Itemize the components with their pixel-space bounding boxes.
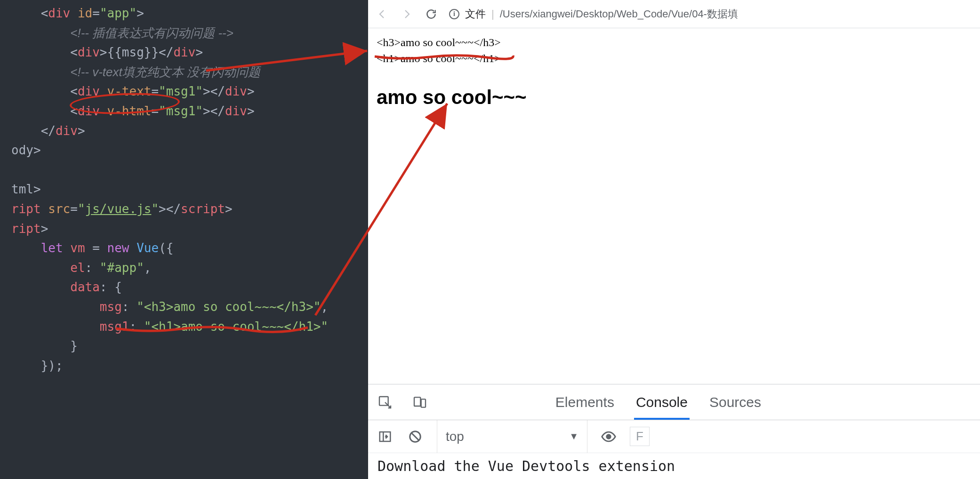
address-bar[interactable]: i 文件 | /Users/xiangwei/Desktop/Web_Code/… — [449, 7, 972, 21]
code-line[interactable]: }); — [0, 356, 368, 376]
code-line[interactable]: el: "#app", — [0, 258, 368, 278]
browser-window: i 文件 | /Users/xiangwei/Desktop/Web_Code/… — [368, 0, 980, 479]
browser-toolbar: i 文件 | /Users/xiangwei/Desktop/Web_Code/… — [368, 0, 980, 28]
code-line[interactable]: msg1: "<h1>amo so cool~~~</h1>" — [0, 317, 368, 337]
inspect-icon[interactable] — [377, 394, 394, 411]
execution-context-value: top — [446, 429, 464, 444]
console-filter-input[interactable]: F — [630, 427, 650, 446]
code-line[interactable]: </div> — [0, 121, 368, 141]
tab-elements[interactable]: Elements — [554, 385, 616, 420]
forward-button[interactable] — [400, 8, 413, 21]
address-path: /Users/xiangwei/Desktop/Web_Code/Vue/04-… — [500, 7, 738, 21]
address-separator: | — [491, 8, 494, 20]
code-line[interactable]: ript src="js/vue.js"></script> — [0, 200, 368, 219]
svg-rect-1 — [414, 397, 420, 406]
console-message: Download the Vue Devtools extension — [368, 453, 980, 479]
code-line[interactable]: } — [0, 336, 368, 356]
code-line[interactable]: <!-- 插值表达式有闪动问题 --> — [0, 24, 368, 43]
execution-context-selector[interactable]: top ▼ — [437, 420, 587, 453]
svg-rect-2 — [421, 399, 426, 407]
devtools-panel: Elements Console Sources top ▼ F Downloa… — [368, 384, 980, 479]
console-toolbar: top ▼ F — [368, 420, 980, 453]
code-line[interactable]: <div v-text="msg1"></div> — [0, 82, 368, 102]
tab-console[interactable]: Console — [634, 385, 690, 420]
code-line[interactable]: <div v-html="msg1"></div> — [0, 102, 368, 121]
clear-console-icon[interactable] — [407, 428, 424, 445]
svg-point-5 — [607, 434, 611, 439]
code-line[interactable]: ript> — [0, 219, 368, 239]
code-line[interactable]: <div id="app"> — [0, 4, 368, 24]
code-line[interactable] — [0, 160, 368, 180]
output-msg-vtext: <h1>amo so cool~~~</h1> — [377, 51, 972, 66]
tab-sources[interactable]: Sources — [707, 385, 763, 420]
page-viewport: <h3>amo so cool~~~</h3> <h1>amo so cool~… — [368, 28, 980, 384]
code-line[interactable]: let vm = new Vue({ — [0, 239, 368, 258]
output-msg-vhtml: amo so cool~~~ — [377, 86, 972, 109]
back-button[interactable] — [376, 8, 389, 21]
reload-button[interactable] — [425, 8, 438, 21]
code-editor[interactable]: <div id="app"> <!-- 插值表达式有闪动问题 --> <div>… — [0, 0, 368, 479]
code-line[interactable]: msg: "<h3>amo so cool~~~</h3>", — [0, 297, 368, 317]
code-line[interactable]: tml> — [0, 180, 368, 200]
code-line[interactable]: data: { — [0, 278, 368, 297]
console-sidebar-toggle-icon[interactable] — [377, 428, 394, 445]
code-line[interactable]: <!-- v-text填充纯文本 没有闪动问题 — [0, 63, 368, 82]
live-expression-icon[interactable] — [601, 429, 617, 445]
chevron-down-icon: ▼ — [569, 431, 578, 442]
code-line[interactable]: <div>{{msg}}</div> — [0, 43, 368, 63]
device-toggle-icon[interactable] — [411, 394, 428, 411]
devtools-tabbar: Elements Console Sources — [368, 384, 980, 420]
info-icon: i — [449, 9, 459, 19]
code-line[interactable]: ody> — [0, 141, 368, 160]
output-msg-interpolated: <h3>amo so cool~~~</h3> — [377, 35, 972, 50]
address-scheme: 文件 — [465, 7, 486, 21]
